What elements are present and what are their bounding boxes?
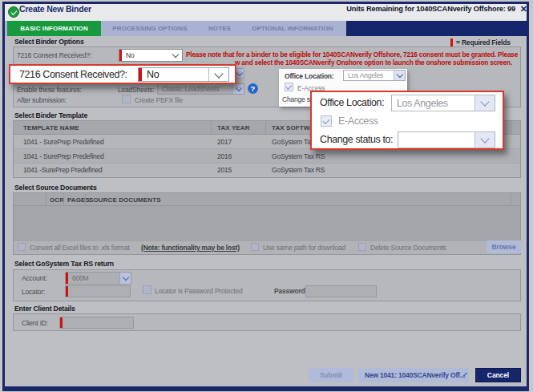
column-divider	[46, 193, 46, 206]
col-pages: PAGES	[67, 196, 90, 204]
password-input[interactable]	[305, 285, 377, 297]
cell-template-name: 1041 -SurePrep Predefined	[23, 166, 103, 174]
consent-label: 7216 Consent Received?:	[17, 51, 91, 59]
chevron-down-icon	[396, 71, 402, 78]
column-divider	[511, 193, 511, 206]
cell-tax-year: 2016	[217, 152, 232, 160]
column-divider	[63, 193, 64, 206]
binder-type-value: New 1041: 1040SCANverify Off...	[358, 371, 465, 379]
required-marker-icon	[66, 286, 68, 297]
account-value: 600M	[68, 274, 119, 282]
callout-consent-value: No	[142, 69, 208, 80]
cell-tax-year: 2015	[217, 166, 232, 174]
tab-label: BASIC INFORMATION	[20, 25, 88, 32]
callout-consent-label: 7216 Consent Received?:	[19, 69, 127, 80]
column-divider	[211, 121, 212, 135]
create-new-binder-dialog: Create New Binder Units Remaining for 10…	[0, 0, 533, 392]
browse-button[interactable]: Browse	[487, 240, 521, 253]
col-tax-year: TAX YEAR	[217, 124, 250, 131]
dropdown-arrow	[474, 95, 495, 111]
locator-password-checkbox[interactable]	[143, 285, 151, 294]
offshore-warning-line2: w and select the 1040SCANverify Onshore …	[235, 59, 512, 67]
close-icon[interactable]: ✕	[520, 4, 527, 14]
section-title-binder-options: Select Binder Options	[14, 38, 84, 46]
section-title-gosystem: Select GoSystem Tax RS return	[14, 260, 114, 268]
callout-change-status-dropdown	[398, 131, 495, 148]
chevron-down-icon	[236, 69, 242, 75]
section-title-source-documents: Select Source Documents	[14, 184, 97, 192]
table-row[interactable]: 1041 -SurePrep Predefined 2015 GoSystem …	[14, 164, 520, 177]
callout-office-label: Office Location:	[320, 97, 384, 108]
create-pbfx-label: Create PBFX file	[135, 96, 183, 104]
locator-input[interactable]	[65, 285, 131, 297]
dropdown-arrow	[208, 68, 228, 81]
create-pbfx-checkbox[interactable]	[122, 95, 131, 103]
password-label: Password:	[274, 287, 307, 295]
account-dropdown[interactable]: 600M	[65, 272, 131, 285]
cell-template-name: 1041 - SurePrep Predefined	[23, 152, 104, 160]
chevron-down-icon	[235, 85, 241, 91]
binder-check-icon	[8, 6, 19, 18]
check-icon	[322, 117, 329, 124]
source-documents-empty-list	[14, 206, 520, 241]
account-label: Account:	[22, 274, 46, 282]
table-header-row: OCR PAGES SOURCE DOCUMENTS	[14, 193, 520, 206]
table-row[interactable]: 1041 - SurePrep Predefined 2016 GoSystem…	[14, 149, 520, 164]
delete-source-docs-label: Delete Source Documents	[370, 244, 446, 252]
required-marker-icon	[60, 317, 63, 328]
tab-label: PROCESSING OPTIONS	[112, 25, 187, 32]
consent-dropdown[interactable]: No	[119, 49, 183, 62]
same-path-label: Use same path for download	[263, 244, 345, 252]
check-icon	[286, 83, 293, 90]
check-icon	[10, 9, 17, 15]
cell-tax-year: 2017	[217, 138, 232, 146]
dialog-title: Create New Binder	[19, 4, 91, 14]
col-template-name: TEMPLATE NAME	[23, 124, 79, 131]
section-title-client-details: Enter Client Details	[14, 305, 75, 313]
locator-password-label: Locator is Password Protected	[155, 287, 242, 295]
binder-type-dropdown[interactable]: New 1041: 1040SCANverify Off...	[358, 368, 469, 382]
required-marker-icon	[450, 38, 453, 46]
excel-note-label: (Note: functionality may be lost)	[141, 244, 240, 252]
column-divider	[511, 121, 511, 135]
chevron-down-icon	[122, 274, 128, 281]
office-location-value: Los Angeles	[344, 71, 394, 79]
help-icon[interactable]: ?	[248, 83, 258, 94]
tab-notes[interactable]: NOTES	[199, 21, 240, 36]
offshore-warning-line1: Please note that for a binder to be elig…	[186, 51, 518, 59]
delete-source-docs-checkbox[interactable]	[358, 243, 366, 251]
tab-processing-options[interactable]: PROCESSING OPTIONS	[101, 21, 199, 36]
cell-template-name: 1041 - SurePrep Predefined	[23, 138, 104, 146]
enable-features-label: Enable these features:	[17, 86, 82, 94]
office-location-label: Office Location:	[285, 72, 334, 80]
leadsheets-label: LeadSheets:	[118, 86, 155, 94]
callout-office-dropdown: Los Angeles	[391, 95, 495, 111]
section-title-binder-template: Select Binder Template	[14, 111, 87, 119]
units-remaining-text: Units Remaining for 1040SCANverify Offsh…	[346, 5, 515, 13]
office-location-dropdown[interactable]: Los Angeles	[343, 70, 406, 81]
callout-eaccess-checkbox	[321, 115, 332, 127]
zoom-callout-office: Office Location: Los Angeles E-Access Ch…	[310, 91, 504, 150]
dropdown-arrow	[119, 273, 131, 284]
same-path-checkbox[interactable]	[251, 243, 259, 251]
dropdown-arrow	[474, 132, 495, 148]
client-id-label: Client ID:	[22, 319, 48, 327]
locator-label: Locator:	[22, 288, 45, 296]
tab-basic-information[interactable]: BASIC INFORMATION	[7, 21, 101, 36]
submit-button[interactable]: Submit	[309, 368, 353, 382]
leadsheets-dropdown[interactable]: Classic LeadSheets	[157, 83, 244, 95]
tab-label: OPTIONAL INFORMATION	[252, 25, 333, 32]
convert-excel-checkbox[interactable]	[18, 243, 26, 251]
callout-eaccess-label: E-Access	[338, 115, 378, 127]
convert-excel-label: Convert all Excel files to .xls format	[30, 244, 130, 252]
col-source-documents: SOURCE DOCUMENTS	[89, 196, 161, 204]
client-id-input[interactable]	[59, 317, 134, 329]
chevron-down-icon	[480, 134, 489, 143]
eaccess-checkbox[interactable]	[285, 83, 293, 91]
cancel-button[interactable]: Cancel	[475, 368, 521, 382]
required-fields-legend: = Required Fields	[456, 38, 511, 46]
column-divider	[85, 193, 86, 206]
callout-change-status-label: Change status to:	[320, 134, 393, 145]
tab-optional-information[interactable]: OPTIONAL INFORMATION	[240, 21, 345, 36]
consent-value: No	[122, 51, 173, 59]
